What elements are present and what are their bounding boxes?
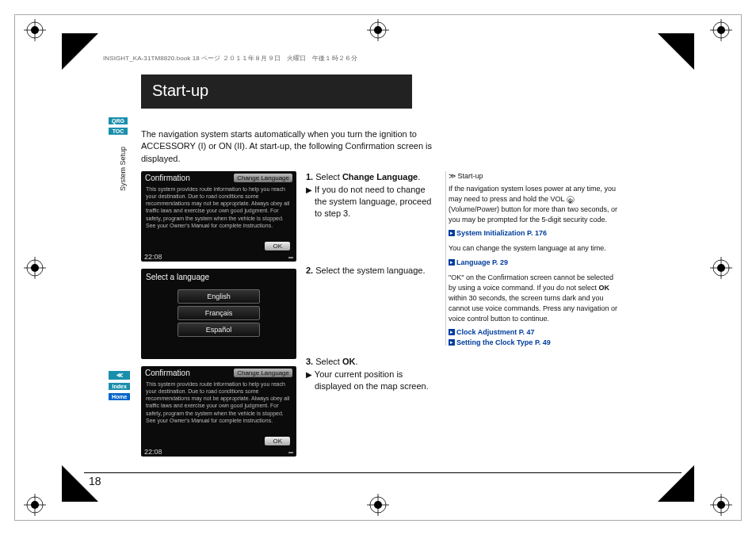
page-rule (84, 472, 682, 473)
language-option-espanol: Español (178, 323, 260, 337)
nav-description: This system provides route information t… (141, 184, 296, 231)
sidebar-heading: Start-up (458, 172, 483, 180)
link-icon: ▸ (449, 259, 455, 266)
tab-index[interactable]: Index (109, 383, 130, 390)
sidebar-marker-icon: ≫ (449, 172, 456, 180)
triangle-icon: ▶ (306, 370, 312, 379)
tab-qrg[interactable]: QRG (109, 117, 128, 124)
nav-title: Confirmation (145, 369, 190, 377)
info-paragraph-1: If the navigation system loses power at … (449, 184, 618, 225)
link-language[interactable]: Language P. 29 (456, 258, 508, 268)
language-option-english: English (178, 289, 260, 304)
registration-mark-icon (24, 257, 46, 279)
info-paragraph-2: You can change the system language at an… (449, 243, 618, 254)
info-paragraph-3: "OK" on the Confirmation screen cannot b… (449, 273, 618, 324)
link-clock-adjustment[interactable]: Clock Adjustment P. 47 (456, 327, 535, 338)
document-header-line: INSIGHT_KA-31TM8820.book 18 ページ ２０１１年８月９… (103, 54, 357, 63)
corner-bracket-icon (658, 33, 694, 70)
select-language-screenshot: Select a language English Français Españ… (141, 269, 296, 359)
registration-mark-icon (367, 494, 389, 516)
nav-clock: 22:08 (141, 448, 162, 456)
tab-voice[interactable]: ≪ (109, 371, 130, 380)
nav-title: Select a language (141, 269, 296, 285)
registration-mark-icon (710, 19, 732, 41)
registration-mark-icon (710, 257, 732, 279)
step-3: 3. Select OK. ▶ Your current position is… (306, 356, 436, 392)
change-language-button: Change Language (234, 369, 292, 377)
step-2: 2. Select the system language. (306, 265, 436, 277)
nav-description: This system provides route information t… (141, 379, 296, 426)
registration-mark-icon (710, 494, 732, 516)
info-sidebar: ≫ Start-up If the navigation system lose… (445, 171, 618, 457)
tab-home[interactable]: Home (109, 393, 130, 400)
link-icon: ▸ (449, 329, 455, 335)
step-1: 1. Select Change Language. ▶ If you do n… (306, 171, 436, 220)
page-number: 18 (89, 475, 101, 487)
ok-button: OK (265, 242, 290, 250)
link-icon: ▸ (449, 339, 455, 346)
registration-mark-icon (24, 494, 46, 516)
section-title: Start-up (141, 75, 412, 109)
change-language-button: Change Language (234, 174, 292, 182)
confirmation-screenshot-2: Confirmation Change Language This system… (141, 366, 296, 457)
side-section-label: System Setup (119, 147, 127, 191)
intro-paragraph: The navigation system starts automatical… (141, 128, 450, 165)
nav-title: Confirmation (145, 174, 190, 182)
volume-power-icon: ⏻ (567, 196, 575, 204)
corner-bracket-icon (62, 33, 98, 70)
registration-mark-icon (367, 19, 389, 41)
link-system-initialization[interactable]: System Initialization P. 176 (456, 228, 547, 239)
triangle-icon: ▶ (306, 185, 312, 194)
tab-toc[interactable]: TOC (109, 128, 128, 135)
link-setting-clock-type[interactable]: Setting the Clock Type P. 49 (456, 338, 551, 348)
ok-button: OK (265, 437, 290, 445)
nav-clock: 22:08 (141, 253, 162, 261)
corner-bracket-icon (658, 465, 694, 502)
confirmation-screenshot-1: Confirmation Change Language This system… (141, 171, 296, 262)
link-icon: ▸ (449, 230, 455, 236)
language-option-francais: Français (178, 306, 260, 320)
registration-mark-icon (24, 19, 46, 41)
